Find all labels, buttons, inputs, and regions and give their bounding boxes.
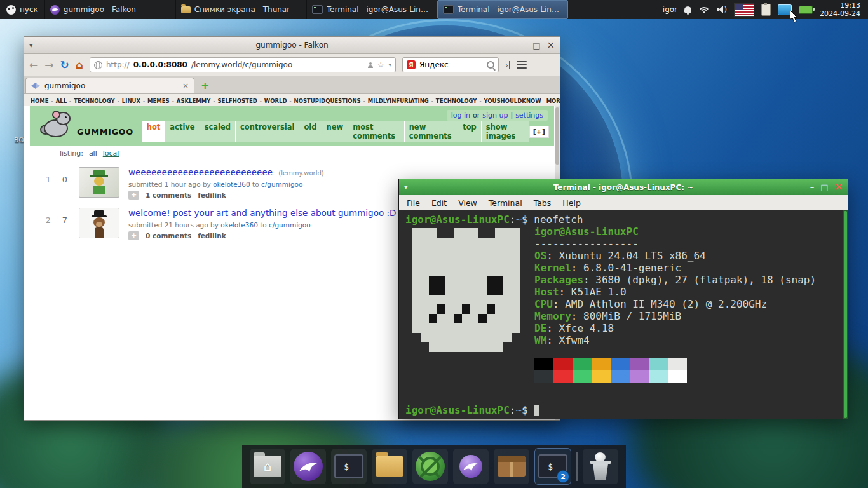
menu-tabs[interactable]: Tabs (534, 198, 552, 208)
clipboard-icon[interactable] (761, 4, 771, 16)
menu-help[interactable]: Help (562, 198, 581, 208)
forward-button[interactable]: → (44, 60, 53, 71)
post-thumbnail[interactable] (79, 208, 119, 238)
bookmark-item[interactable]: TECHNOLOGY (67, 98, 115, 104)
reload-button[interactable]: ↻ (60, 58, 69, 71)
bookmark-item[interactable]: ASKLEMMY (170, 98, 211, 104)
terminal-content[interactable]: igor@Asus-LinuxPC:~$ neofetch igor@Asus-… (399, 210, 848, 419)
minimize-button[interactable]: – (522, 41, 527, 50)
search-icon[interactable] (487, 61, 494, 69)
task-button-terminal-2-active[interactable]: Terminal - igor@Asus-LinuxP... (437, 0, 568, 19)
terminal-scrollbar[interactable] (843, 210, 848, 419)
tab-close-icon[interactable]: × (182, 81, 189, 90)
dock-item-archive[interactable] (494, 449, 529, 484)
post-author-link[interactable]: okelote360 (220, 221, 258, 229)
maximize-button[interactable]: □ (532, 41, 540, 50)
battery-icon[interactable] (799, 6, 813, 14)
expand-post-button[interactable]: + (128, 231, 139, 240)
new-tab-button[interactable]: + (194, 78, 215, 93)
user-indicator[interactable]: igor (663, 5, 677, 14)
search-bar[interactable]: Я Яндекс (402, 57, 499, 72)
post-thumbnail[interactable] (79, 167, 119, 198)
task-button-thunar[interactable]: Снимки экрана - Thunar (175, 0, 306, 19)
expand-post-button[interactable]: + (128, 191, 139, 200)
menu-terminal[interactable]: Terminal (489, 198, 522, 208)
sort-tab-active[interactable]: active (165, 121, 200, 142)
falkon-titlebar[interactable]: ▾ gummigoo - Falkon – □ × (24, 37, 560, 54)
close-button[interactable]: × (546, 41, 555, 50)
listing-local-link[interactable]: local (103, 149, 119, 158)
sort-tab-new[interactable]: new (322, 121, 349, 142)
login-link[interactable]: log in (451, 111, 470, 119)
start-menu-button[interactable]: пуск (0, 0, 44, 19)
falkon-window-title: gummigoo - Falkon (24, 41, 560, 50)
sort-tab-controversial[interactable]: controversial (235, 121, 299, 142)
dock-item-terminal-running[interactable]: $_ 2 (534, 448, 571, 485)
dock-item-falkon-small[interactable] (453, 449, 489, 484)
add-post-button[interactable]: [+] (529, 126, 549, 138)
post-fedilink[interactable]: fedilink (198, 191, 226, 199)
sort-tab-most-comments[interactable]: most comments (348, 121, 405, 142)
dock-item-falkon[interactable] (290, 449, 326, 484)
bookmark-star-icon[interactable]: ☆ (377, 60, 384, 69)
community-logo[interactable] (40, 111, 72, 139)
sort-tab-old[interactable]: old (299, 121, 322, 142)
post-community-link[interactable]: c/gummigoo (269, 221, 311, 229)
volume-icon[interactable]: ) (717, 6, 727, 13)
sort-tab-new-comments[interactable]: new comments (404, 121, 459, 142)
back-button[interactable]: ← (29, 60, 38, 71)
task-button-falkon[interactable]: gummigoo - Falkon (44, 0, 175, 19)
terminal-titlebar[interactable]: ▾ Terminal - igor@Asus-LinuxPC: ~ – □ × (399, 179, 848, 195)
dock-item-folder[interactable] (372, 449, 407, 484)
bookmark-item[interactable]: ALL (49, 98, 67, 104)
bookmark-item[interactable]: NOSTUPIDQUESTIONS (287, 98, 360, 104)
menu-edit[interactable]: Edit (431, 198, 447, 208)
settings-link[interactable]: settings (515, 111, 543, 119)
sort-tab-hot[interactable]: hot (142, 121, 166, 142)
post-comments-link[interactable]: 1 comments (146, 191, 191, 199)
window-menu-icon[interactable]: ▾ (399, 183, 413, 191)
post-fedilink[interactable]: fedilink (198, 232, 226, 240)
sidebar-toggle-icon[interactable]: › (505, 60, 510, 70)
bookmark-item[interactable]: YOUSHOULDKNOW (477, 98, 541, 104)
browser-tab[interactable]: gummigoo × (25, 78, 194, 93)
listing-all-link[interactable]: all (89, 149, 97, 158)
notifications-icon[interactable] (684, 6, 691, 13)
home-button[interactable]: ⌂ (76, 58, 83, 71)
keyboard-layout-flag-icon[interactable] (734, 3, 754, 17)
clock[interactable]: 19:13 2024-09-24 (820, 1, 863, 18)
bookmarks-more-button[interactable]: MORE » (541, 98, 560, 104)
bookmark-item[interactable]: LINUX (115, 98, 140, 104)
menu-view[interactable]: View (458, 198, 477, 208)
bookmark-item[interactable]: MEMES (140, 98, 170, 104)
sort-tab-scaled[interactable]: scaled (200, 121, 236, 142)
url-bar[interactable]: http://0.0.0.0:8080/lemmy.world/c/gummig… (90, 57, 396, 72)
lemmy-community-header: log in or sign up | settings GUMMIGOO ho… (30, 106, 554, 146)
menu-file[interactable]: File (407, 198, 420, 208)
sort-tab-show-images[interactable]: show images (481, 121, 529, 142)
bookmark-item[interactable]: MILDLYINFURIATING (361, 98, 429, 104)
sort-tab-top[interactable]: top (458, 121, 482, 142)
post-comments-link[interactable]: 0 comments (146, 232, 191, 240)
post-community-link[interactable]: c/gummigoo (261, 180, 303, 188)
window-menu-icon[interactable]: ▾ (24, 41, 38, 50)
dock-item-file-manager[interactable]: ⌂ (250, 449, 285, 484)
bookmark-item[interactable]: HOME (31, 98, 49, 104)
signup-link[interactable]: sign up (482, 111, 508, 119)
bookmark-item[interactable]: TECHNOLOGY (429, 98, 477, 104)
bookmark-item[interactable]: WORLD (257, 98, 287, 104)
post-title-link[interactable]: weeeeeeeeeeeeeeeeeeeeeeeeee (128, 167, 273, 177)
post-title-link[interactable]: welcome! post your art and anything else… (128, 208, 396, 218)
bookmark-item[interactable]: SELFHOSTED (210, 98, 257, 104)
dock-item-green-app[interactable] (412, 449, 448, 484)
post-author-link[interactable]: okelote360 (213, 180, 250, 188)
user-profile-icon[interactable] (368, 62, 373, 67)
dock-item-trash[interactable] (583, 449, 618, 484)
task-button-terminal-1[interactable]: Terminal - igor@Asus-LinuxP... (306, 0, 437, 19)
menu-icon[interactable] (517, 61, 527, 69)
desktop-icon-label[interactable]: BO (14, 136, 24, 144)
dock-item-terminal[interactable]: $_ (331, 449, 367, 484)
terminal-cursor (534, 405, 539, 416)
url-dropdown-icon[interactable]: ▾ (388, 62, 391, 68)
network-icon[interactable] (698, 6, 710, 14)
